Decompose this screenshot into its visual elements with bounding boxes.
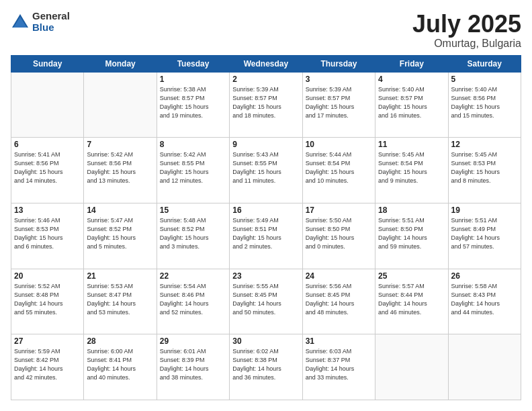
day-info: Sunrise: 5:40 AM Sunset: 8:57 PM Dayligh… bbox=[378, 85, 445, 120]
day-info: Sunrise: 5:58 AM Sunset: 8:43 PM Dayligh… bbox=[451, 282, 518, 317]
logo: General Blue bbox=[11, 11, 70, 33]
day-number: 13 bbox=[14, 205, 81, 215]
calendar-cell: 24Sunrise: 5:56 AM Sunset: 8:45 PM Dayli… bbox=[302, 269, 375, 334]
day-number: 4 bbox=[378, 75, 445, 84]
calendar-week-4: 27Sunrise: 5:59 AM Sunset: 8:42 PM Dayli… bbox=[11, 334, 521, 400]
day-info: Sunrise: 5:53 AM Sunset: 8:47 PM Dayligh… bbox=[87, 282, 153, 317]
day-number: 31 bbox=[306, 336, 372, 346]
day-info: Sunrise: 5:57 AM Sunset: 8:44 PM Dayligh… bbox=[378, 282, 445, 317]
day-header-tuesday: Tuesday bbox=[157, 55, 229, 72]
calendar-cell: 14Sunrise: 5:47 AM Sunset: 8:52 PM Dayli… bbox=[84, 203, 157, 269]
day-number: 14 bbox=[87, 205, 153, 215]
day-header-sunday: Sunday bbox=[11, 55, 84, 72]
day-info: Sunrise: 5:45 AM Sunset: 8:54 PM Dayligh… bbox=[378, 150, 445, 185]
day-info: Sunrise: 5:44 AM Sunset: 8:54 PM Dayligh… bbox=[306, 150, 372, 185]
day-header-monday: Monday bbox=[84, 55, 157, 72]
day-number: 22 bbox=[160, 271, 226, 281]
day-number: 17 bbox=[306, 205, 372, 215]
day-info: Sunrise: 5:42 AM Sunset: 8:56 PM Dayligh… bbox=[87, 150, 153, 185]
calendar-cell: 27Sunrise: 5:59 AM Sunset: 8:42 PM Dayli… bbox=[11, 334, 84, 400]
day-number: 6 bbox=[14, 140, 81, 149]
day-info: Sunrise: 5:51 AM Sunset: 8:50 PM Dayligh… bbox=[378, 216, 445, 251]
calendar-cell: 20Sunrise: 5:52 AM Sunset: 8:48 PM Dayli… bbox=[11, 269, 84, 334]
day-info: Sunrise: 5:51 AM Sunset: 8:49 PM Dayligh… bbox=[451, 216, 518, 251]
calendar-cell: 13Sunrise: 5:46 AM Sunset: 8:53 PM Dayli… bbox=[11, 203, 84, 269]
day-number: 19 bbox=[451, 205, 518, 215]
subtitle: Omurtag, Bulgaria bbox=[412, 38, 521, 50]
calendar-cell: 25Sunrise: 5:57 AM Sunset: 8:44 PM Dayli… bbox=[375, 269, 448, 334]
day-number: 5 bbox=[451, 75, 518, 84]
day-info: Sunrise: 5:42 AM Sunset: 8:55 PM Dayligh… bbox=[160, 150, 226, 185]
day-info: Sunrise: 6:00 AM Sunset: 8:41 PM Dayligh… bbox=[87, 347, 153, 382]
calendar-week-3: 20Sunrise: 5:52 AM Sunset: 8:48 PM Dayli… bbox=[11, 269, 521, 334]
day-number: 11 bbox=[378, 140, 445, 149]
day-info: Sunrise: 5:39 AM Sunset: 8:57 PM Dayligh… bbox=[306, 85, 372, 120]
day-number: 12 bbox=[451, 140, 518, 149]
calendar-cell: 4Sunrise: 5:40 AM Sunset: 8:57 PM Daylig… bbox=[375, 72, 448, 138]
calendar-cell: 17Sunrise: 5:50 AM Sunset: 8:50 PM Dayli… bbox=[302, 203, 375, 269]
day-number: 20 bbox=[14, 271, 81, 281]
day-info: Sunrise: 5:50 AM Sunset: 8:50 PM Dayligh… bbox=[306, 216, 372, 251]
day-number: 21 bbox=[87, 271, 153, 281]
calendar-cell bbox=[11, 72, 84, 138]
day-info: Sunrise: 5:49 AM Sunset: 8:51 PM Dayligh… bbox=[232, 216, 299, 251]
calendar-cell bbox=[448, 334, 521, 400]
day-info: Sunrise: 5:56 AM Sunset: 8:45 PM Dayligh… bbox=[306, 282, 372, 317]
day-number: 24 bbox=[306, 271, 372, 281]
calendar-cell: 9Sunrise: 5:43 AM Sunset: 8:55 PM Daylig… bbox=[230, 138, 302, 203]
calendar-week-2: 13Sunrise: 5:46 AM Sunset: 8:53 PM Dayli… bbox=[11, 203, 521, 269]
day-number: 9 bbox=[232, 140, 299, 149]
day-header-thursday: Thursday bbox=[302, 55, 375, 72]
logo-icon bbox=[11, 13, 30, 32]
calendar-cell: 1Sunrise: 5:38 AM Sunset: 8:57 PM Daylig… bbox=[157, 72, 229, 138]
calendar-cell: 30Sunrise: 6:02 AM Sunset: 8:38 PM Dayli… bbox=[230, 334, 302, 400]
day-number: 23 bbox=[232, 271, 299, 281]
day-info: Sunrise: 5:59 AM Sunset: 8:42 PM Dayligh… bbox=[14, 347, 81, 382]
day-header-wednesday: Wednesday bbox=[230, 55, 302, 72]
calendar-header-row: SundayMondayTuesdayWednesdayThursdayFrid… bbox=[11, 55, 521, 72]
day-info: Sunrise: 5:48 AM Sunset: 8:52 PM Dayligh… bbox=[160, 216, 226, 251]
day-number: 25 bbox=[378, 271, 445, 281]
day-number: 1 bbox=[160, 75, 226, 84]
calendar-cell: 12Sunrise: 5:45 AM Sunset: 8:53 PM Dayli… bbox=[448, 138, 521, 203]
logo-text: General Blue bbox=[32, 11, 70, 33]
title-block: July 2025 Omurtag, Bulgaria bbox=[412, 11, 521, 50]
day-number: 18 bbox=[378, 205, 445, 215]
calendar-cell: 29Sunrise: 6:01 AM Sunset: 8:39 PM Dayli… bbox=[157, 334, 229, 400]
day-number: 28 bbox=[87, 336, 153, 346]
day-header-friday: Friday bbox=[375, 55, 448, 72]
calendar-cell: 16Sunrise: 5:49 AM Sunset: 8:51 PM Dayli… bbox=[230, 203, 302, 269]
calendar-cell: 2Sunrise: 5:39 AM Sunset: 8:57 PM Daylig… bbox=[230, 72, 302, 138]
day-number: 26 bbox=[451, 271, 518, 281]
calendar-cell bbox=[375, 334, 448, 400]
calendar-cell: 21Sunrise: 5:53 AM Sunset: 8:47 PM Dayli… bbox=[84, 269, 157, 334]
day-number: 15 bbox=[160, 205, 226, 215]
day-number: 7 bbox=[87, 140, 153, 149]
calendar-cell: 3Sunrise: 5:39 AM Sunset: 8:57 PM Daylig… bbox=[302, 72, 375, 138]
header: General Blue July 2025 Omurtag, Bulgaria bbox=[11, 11, 521, 50]
logo-general: General bbox=[32, 11, 70, 22]
day-number: 27 bbox=[14, 336, 81, 346]
calendar-cell: 8Sunrise: 5:42 AM Sunset: 8:55 PM Daylig… bbox=[157, 138, 229, 203]
day-number: 16 bbox=[232, 205, 299, 215]
calendar-cell: 22Sunrise: 5:54 AM Sunset: 8:46 PM Dayli… bbox=[157, 269, 229, 334]
day-number: 8 bbox=[160, 140, 226, 149]
calendar-cell: 19Sunrise: 5:51 AM Sunset: 8:49 PM Dayli… bbox=[448, 203, 521, 269]
day-info: Sunrise: 5:45 AM Sunset: 8:53 PM Dayligh… bbox=[451, 150, 518, 185]
day-header-saturday: Saturday bbox=[448, 55, 521, 72]
day-info: Sunrise: 6:01 AM Sunset: 8:39 PM Dayligh… bbox=[160, 347, 226, 382]
day-info: Sunrise: 6:02 AM Sunset: 8:38 PM Dayligh… bbox=[232, 347, 299, 382]
day-info: Sunrise: 5:55 AM Sunset: 8:45 PM Dayligh… bbox=[232, 282, 299, 317]
day-number: 30 bbox=[232, 336, 299, 346]
day-number: 3 bbox=[306, 75, 372, 84]
calendar-week-0: 1Sunrise: 5:38 AM Sunset: 8:57 PM Daylig… bbox=[11, 72, 521, 138]
day-info: Sunrise: 5:41 AM Sunset: 8:56 PM Dayligh… bbox=[14, 150, 81, 185]
day-info: Sunrise: 5:52 AM Sunset: 8:48 PM Dayligh… bbox=[14, 282, 81, 317]
page: General Blue July 2025 Omurtag, Bulgaria… bbox=[0, 0, 532, 411]
calendar-cell: 10Sunrise: 5:44 AM Sunset: 8:54 PM Dayli… bbox=[302, 138, 375, 203]
calendar-cell: 6Sunrise: 5:41 AM Sunset: 8:56 PM Daylig… bbox=[11, 138, 84, 203]
calendar-table: SundayMondayTuesdayWednesdayThursdayFrid… bbox=[11, 55, 521, 400]
calendar-cell: 7Sunrise: 5:42 AM Sunset: 8:56 PM Daylig… bbox=[84, 138, 157, 203]
calendar-cell: 11Sunrise: 5:45 AM Sunset: 8:54 PM Dayli… bbox=[375, 138, 448, 203]
month-title: July 2025 bbox=[412, 11, 521, 38]
